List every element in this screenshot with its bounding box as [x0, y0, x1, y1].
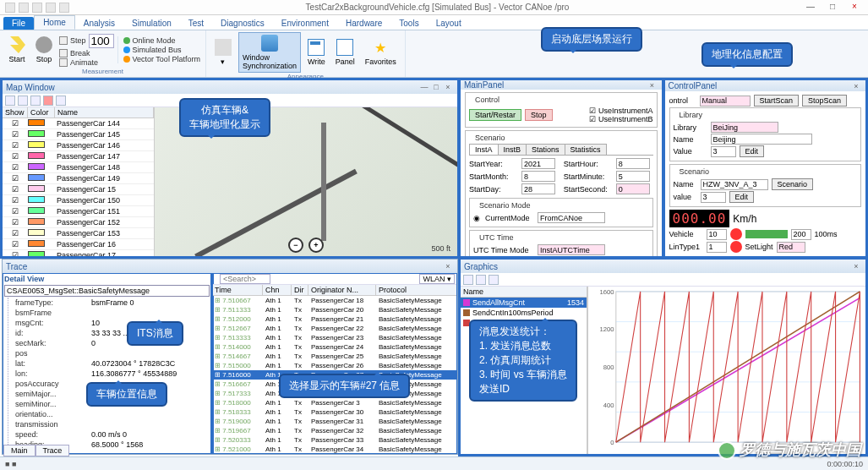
map-tool-icon[interactable]	[5, 96, 15, 106]
map-row[interactable]: ☑PassengerCar 149	[3, 173, 154, 184]
map-min-icon[interactable]: —	[418, 83, 430, 91]
trace-filter-dropdown[interactable]: WLAN ▾	[419, 274, 455, 284]
trace-col-chn[interactable]: Chn	[263, 285, 292, 295]
map-col-name[interactable]: Name	[55, 107, 154, 118]
favorites-button[interactable]: ★Favorites	[362, 38, 400, 68]
maximize-button[interactable]: □	[822, 2, 843, 14]
scenario-edit-button[interactable]: Edit	[729, 191, 755, 203]
map-row[interactable]: ☑PassengerCar 151	[3, 206, 154, 217]
lib-value-input[interactable]	[711, 146, 736, 157]
control-mode-input[interactable]	[700, 96, 751, 107]
map-row[interactable]: ☑PassengerCar 15	[3, 184, 154, 195]
lib-name-input[interactable]	[711, 134, 812, 145]
map-row[interactable]: ☑PassengerCar 16	[3, 239, 154, 250]
map-row[interactable]: ☑PassengerCar 147	[3, 151, 154, 162]
start-minute-input[interactable]	[616, 171, 650, 182]
gfx-close-icon[interactable]: ×	[850, 262, 862, 271]
cp-close-icon[interactable]: ×	[850, 82, 862, 90]
ribbon-tab-analysis[interactable]: Analysis	[75, 17, 123, 30]
map-row[interactable]: ☑PassengerCar 152	[3, 217, 154, 228]
start-month-input[interactable]	[521, 171, 555, 182]
map-row[interactable]: ☑PassengerCar 144	[3, 118, 154, 129]
close-button[interactable]: ×	[844, 2, 865, 14]
map-tool-icon[interactable]	[18, 96, 28, 106]
ribbon-tab-hardware[interactable]: Hardware	[337, 17, 390, 30]
window-sync-button[interactable]: Window Synchronization	[238, 32, 301, 73]
lib-edit-button[interactable]: Edit	[740, 145, 765, 157]
map-max-icon[interactable]: □	[430, 83, 442, 91]
trace-row[interactable]: ⊞ 7.515000Ath 1TxPassengerCar 26BasicSaf…	[212, 361, 457, 370]
qat-undo-icon[interactable]	[19, 3, 29, 13]
map-canvas[interactable]: −+ 500 ft	[155, 107, 457, 256]
trace-row[interactable]: ⊞ 7.519667Ath 1TxPassengerCar 32BasicSaf…	[212, 426, 457, 435]
vehicle-n-input[interactable]	[791, 229, 811, 240]
minimize-button[interactable]: —	[800, 2, 821, 14]
gfx-col-name[interactable]: Name	[461, 287, 556, 297]
current-mode-input[interactable]	[538, 212, 605, 223]
startscan-button[interactable]: StartScan	[754, 95, 800, 107]
trace-search-input[interactable]	[220, 274, 270, 284]
trace-col-protocol[interactable]: Protocol	[376, 285, 457, 295]
start-button[interactable]: Start	[5, 35, 29, 65]
qat-save-icon[interactable]	[5, 3, 15, 13]
graphics-row[interactable]: SendAllMsgCnt1534	[461, 298, 587, 308]
start-restart-button[interactable]: Start/Restar	[469, 109, 521, 121]
ribbon-tab-home[interactable]: Home	[34, 15, 75, 30]
trace-row[interactable]: ⊞ 7.516000Ath 1TxPassengerCar 27BasicSaf…	[212, 370, 457, 380]
zoom-out-button[interactable]: −	[288, 238, 303, 253]
trace-col-originator[interactable]: Originator N...	[308, 285, 376, 295]
map-vehicle-list[interactable]: ShowColorName ☑PassengerCar 144☑Passenge…	[3, 107, 155, 256]
mp-close-icon[interactable]: ×	[647, 81, 658, 90]
trace-row[interactable]: ⊞ 7.514000Ath 1TxPassengerCar 24BasicSaf…	[212, 342, 457, 352]
map-col-color[interactable]: Color	[28, 107, 55, 118]
trace-row[interactable]: ⊞ 7.512667Ath 1TxPassengerCar 22BasicSaf…	[212, 324, 457, 333]
ribbon-tab-tools[interactable]: Tools	[390, 17, 427, 30]
trace-col-dir[interactable]: Dir	[292, 285, 308, 295]
zoom-in-button[interactable]: +	[308, 238, 324, 253]
map-rec-icon[interactable]	[43, 96, 53, 106]
animate-button[interactable]: Animate	[59, 58, 114, 67]
setlight-input[interactable]	[777, 242, 805, 253]
stop-button[interactable]: Stop	[32, 35, 56, 65]
trace-row[interactable]: ⊞ 7.517333Ath 1TxPassengerCar 29BasicSaf…	[212, 389, 457, 398]
trace-row[interactable]: ⊞ 7.519000Ath 1TxPassengerCar 31BasicSaf…	[212, 417, 457, 426]
trace-row[interactable]: ⊞ 7.520333Ath 1TxPassengerCar 33BasicSaf…	[212, 435, 457, 445]
ribbon-tab-layout[interactable]: Layout	[428, 17, 470, 30]
step-value-input[interactable]	[89, 34, 114, 48]
trace-row[interactable]: ⊞ 7.518333Ath 1TxPassengerCar 30BasicSaf…	[212, 407, 457, 417]
trace-row[interactable]: ⊞ 7.518000Ath 1TxPassengerCar 3BasicSafe…	[212, 398, 457, 407]
trace-row[interactable]: ⊞ 7.512000Ath 1TxPassengerCar 21BasicSaf…	[212, 314, 457, 324]
ribbon-tab-test[interactable]: Test	[180, 17, 212, 30]
scenario-value-input[interactable]	[701, 192, 726, 203]
use-instrument-b-check[interactable]: ☑ UseInstrumentB	[589, 115, 652, 123]
map-tool-icon[interactable]	[30, 96, 41, 106]
map-tool-icon[interactable]	[56, 96, 66, 106]
scenario-button[interactable]: Scenario	[772, 178, 814, 190]
panel-button[interactable]: Panel	[332, 37, 358, 68]
break-button[interactable]: Break	[59, 49, 114, 57]
simulated-bus-toggle[interactable]: Simulated Bus	[123, 46, 200, 54]
graphics-signal-list[interactable]: Name SendAllMsgCnt1534SendCntIn100msPeri…	[461, 287, 587, 454]
vtp-toggle[interactable]: Vector Tool Platform	[123, 55, 200, 63]
qat-run-icon[interactable]	[46, 3, 56, 13]
tab-statistics[interactable]: Statistics	[565, 144, 607, 155]
trace-row[interactable]: ⊞ 7.511333Ath 1TxPassengerCar 20BasicSaf…	[212, 305, 457, 314]
qat-more-icon[interactable]	[59, 3, 69, 13]
vehicle-input[interactable]	[707, 229, 727, 240]
map-row[interactable]: ☑PassengerCar 148	[3, 162, 154, 173]
gfx-tool-icon[interactable]	[489, 275, 499, 285]
scenario-name-input[interactable]	[701, 179, 768, 190]
start-year-input[interactable]	[521, 158, 555, 169]
ribbon-tab-environment[interactable]: Environment	[273, 17, 337, 30]
trace-close-icon[interactable]: ×	[442, 262, 454, 271]
map-row[interactable]: ☑PassengerCar 146	[3, 140, 154, 151]
appearance-dropdown[interactable]: ▾	[211, 37, 235, 68]
step-button[interactable]: Step	[59, 34, 114, 48]
map-row[interactable]: ☑PassengerCar 145	[3, 129, 154, 140]
gfx-tool-icon[interactable]	[476, 275, 486, 285]
tab-insta[interactable]: InstA	[469, 144, 499, 155]
ribbon-tab-diagnostics[interactable]: Diagnostics	[212, 17, 273, 30]
write-button[interactable]: Write	[304, 37, 329, 68]
ribbon-tab-simulation[interactable]: Simulation	[123, 17, 180, 30]
online-mode-toggle[interactable]: Online Mode	[123, 36, 200, 45]
